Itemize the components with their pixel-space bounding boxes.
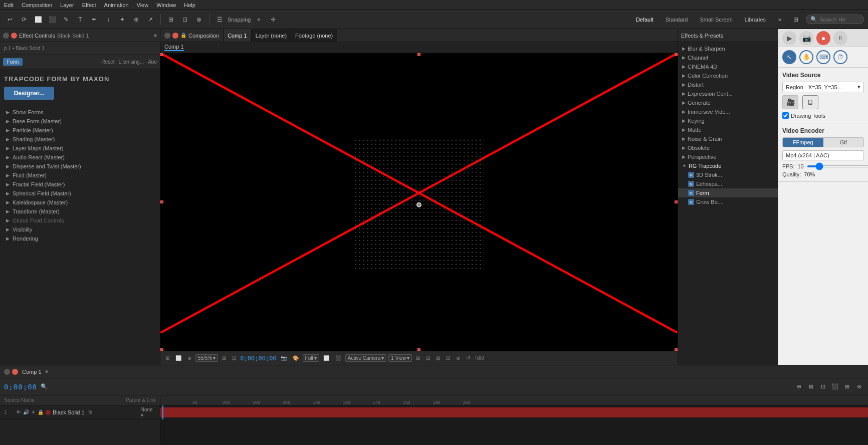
video-source-dropdown[interactable]: Region - X=35, Y=35... ▾ [782, 82, 864, 92]
tool-select[interactable]: ↩ [4, 14, 16, 26]
camera-dropdown[interactable]: Active Camera ▾ [345, 354, 387, 362]
tool-clone[interactable]: ↓ [102, 14, 114, 26]
comp-tab-layer[interactable]: Layer (none) [252, 29, 291, 42]
menu-view[interactable]: View [137, 2, 149, 8]
handle-mr[interactable] [675, 200, 678, 203]
category-noise[interactable]: ▶ Noise & Grain [678, 134, 778, 143]
about-link[interactable]: Abo [148, 59, 157, 65]
licensing-link[interactable]: Licensing... [119, 59, 144, 65]
reset-link[interactable]: Reset [101, 59, 114, 65]
tc-search-btn[interactable]: 🔍 [39, 382, 49, 392]
category-perspective[interactable]: ▶ Perspective [678, 152, 778, 161]
comp-view-btn-1[interactable]: ⊞ [163, 355, 171, 361]
playhead[interactable] [162, 405, 163, 419]
comp-viewport[interactable] [160, 53, 678, 351]
category-generate[interactable]: ▶ Generate [678, 98, 778, 107]
prop-global-fluid[interactable]: ▶ Global Fluid Controls [0, 216, 160, 225]
prop-disperse[interactable]: ▶ Disperse and Twist (Master) [0, 162, 160, 171]
effect-form[interactable]: fx Form [678, 188, 778, 197]
category-blur[interactable]: ▶ Blur & Sharpen [678, 44, 778, 53]
category-matte[interactable]: ▶ Matte [678, 125, 778, 134]
form-tab[interactable]: Form [3, 58, 23, 66]
comp-view-btn-3[interactable]: ⊕ [185, 355, 193, 361]
tool-text[interactable]: T [74, 14, 86, 26]
tool-pen[interactable]: ✎ [60, 14, 72, 26]
menu-composition[interactable]: Composition [22, 2, 52, 8]
tool-extra-1[interactable]: ⊞ [165, 14, 177, 26]
category-color[interactable]: ▶ Color Correction [678, 71, 778, 80]
comp-view-btn-8[interactable]: ⊞ [414, 355, 422, 361]
prop-shading[interactable]: ▶ Shading (Master) [0, 135, 160, 144]
comp-close-btn[interactable] [164, 33, 170, 39]
tool-pen2[interactable]: ✒ [88, 14, 100, 26]
category-obsolete[interactable]: ▶ Obsolete [678, 143, 778, 152]
comp-view-btn-5[interactable]: ⊡ [230, 355, 238, 361]
handle-ml[interactable] [160, 200, 163, 203]
workspace-small[interactable]: Small Screen [696, 16, 736, 24]
prop-particle[interactable]: ▶ Particle (Master) [0, 126, 160, 135]
tc-btn-2[interactable]: ⊠ [806, 382, 816, 392]
recorder-record-btn[interactable]: ● [816, 31, 830, 45]
handle-bc[interactable] [417, 348, 420, 351]
designer-btn[interactable]: Designer... [4, 87, 54, 100]
category-rg-trapcode[interactable]: ▼ RG Trapcode [678, 161, 778, 170]
comp-view-btn-12[interactable]: ⊕ [454, 355, 462, 361]
recorder-video-icon[interactable]: 🎥 [782, 95, 798, 109]
recorder-pause-btn[interactable]: ⏸ [833, 31, 847, 45]
category-distort[interactable]: ▶ Distort [678, 80, 778, 89]
recorder-hand-btn[interactable]: ✋ [799, 50, 813, 64]
panel-close-btn[interactable] [3, 33, 9, 39]
workspace-default[interactable]: Default [632, 16, 658, 24]
view-dropdown[interactable]: 1 View ▾ [388, 354, 412, 362]
panel-expand-icon[interactable]: ≡ [154, 33, 157, 38]
drawing-tools-checkbox[interactable] [782, 112, 789, 119]
recorder-keyboard-btn[interactable]: ⌨ [816, 50, 830, 64]
comp-view-btn-11[interactable]: ⊡ [444, 355, 452, 361]
tool-extra-3[interactable]: ⊗ [193, 14, 205, 26]
tc-btn-1[interactable]: ⊕ [794, 382, 804, 392]
panel-menu[interactable]: ⊞ [790, 14, 802, 26]
search-input[interactable] [819, 17, 859, 23]
zoom-dropdown[interactable]: 55/5% ▾ [195, 354, 218, 362]
layer-solo-icon[interactable]: ☀ [31, 409, 36, 415]
comp-view-btn-9[interactable]: ⊟ [424, 355, 432, 361]
recorder-play-btn[interactable]: ▶ [782, 31, 796, 45]
handle-br[interactable] [675, 348, 678, 351]
prop-layer-maps[interactable]: ▶ Layer Maps (Master) [0, 144, 160, 153]
menu-effect[interactable]: Effect [82, 2, 96, 8]
effect-grow-bounds[interactable]: fx Grow Bo... [678, 197, 778, 206]
prop-spherical[interactable]: ▶ Spherical Field (Master) [0, 189, 160, 198]
menu-animation[interactable]: Animation [104, 2, 129, 8]
prop-show-forms[interactable]: ▶ Show Forms [0, 108, 160, 117]
tc-btn-6[interactable]: ⊗ [854, 382, 864, 392]
prop-visibility[interactable]: ▶ Visibility [0, 225, 160, 234]
comp-close-red-btn[interactable] [172, 33, 178, 39]
menu-edit[interactable]: Edit [4, 2, 14, 8]
encoder-format-input[interactable]: Mp4 (x264 | AAC) [782, 150, 864, 160]
timeline-panel-menu[interactable]: ≡ [46, 369, 49, 374]
prop-kaleidospace[interactable]: ▶ Kaleidospace (Master) [0, 198, 160, 207]
prop-base-form[interactable]: ▶ Base Form (Master) [0, 117, 160, 126]
encoder-gif-tab[interactable]: Gif [823, 138, 864, 147]
snap-icon-1[interactable]: ⌖ [253, 14, 265, 26]
comp-refresh-btn[interactable]: ↺ [464, 355, 472, 361]
menu-window[interactable]: Window [156, 2, 176, 8]
tc-btn-4[interactable]: ⬛ [830, 382, 840, 392]
effect-echospace[interactable]: fx Echospa... [678, 179, 778, 188]
tc-btn-5[interactable]: ⊞ [842, 382, 852, 392]
fps-slider[interactable] [807, 165, 868, 167]
workspace-standard[interactable]: Standard [662, 16, 692, 24]
recorder-monitor-icon[interactable]: 🖥 [802, 95, 818, 109]
quality-dropdown[interactable]: Full ▾ [303, 354, 319, 362]
prop-fractal[interactable]: ▶ Fractal Field (Master) [0, 180, 160, 189]
snapshot-btn[interactable]: 📷 [279, 355, 289, 361]
workspace-libraries[interactable]: Libraries [741, 16, 770, 24]
comp-tab-comp1[interactable]: Comp 1 [224, 29, 252, 42]
comp-view-btn-7[interactable]: ⬛ [333, 355, 343, 361]
snapping-toggle[interactable]: ☰ [213, 14, 226, 26]
prop-audio-react[interactable]: ▶ Audio React (Master) [0, 153, 160, 162]
snap-icon-2[interactable]: ✛ [267, 14, 279, 26]
tool-camera[interactable]: ↗ [144, 14, 156, 26]
layer-visibility-icon[interactable]: 👁 [16, 409, 21, 415]
timeline-close-btn[interactable] [4, 369, 10, 375]
